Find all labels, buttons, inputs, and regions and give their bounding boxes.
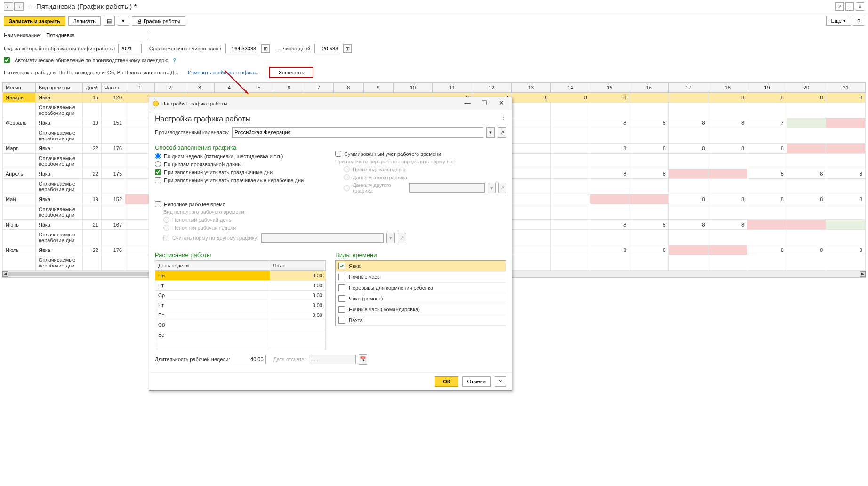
table-header[interactable]: 19 [747, 83, 787, 93]
table-cell[interactable]: Февраль [3, 118, 36, 128]
table-cell[interactable] [747, 179, 787, 194]
sched-day-cell[interactable]: Вт [155, 281, 270, 291]
table-cell[interactable]: Оплачиваемые нерабочие дни [36, 128, 83, 144]
table-cell[interactable] [3, 128, 36, 144]
calendar-open-icon[interactable]: ↗ [498, 127, 506, 138]
nav-forward-button[interactable]: → [14, 2, 24, 11]
menu-icon[interactable]: ⋮ [845, 2, 854, 11]
table-cell[interactable] [668, 255, 708, 271]
table-cell[interactable] [511, 103, 551, 118]
table-cell[interactable] [826, 220, 866, 230]
time-type-checkbox[interactable] [338, 274, 345, 280]
sched-hours-cell[interactable]: 8,00 [270, 300, 325, 310]
table-header[interactable]: 15 [590, 83, 629, 93]
fill-button[interactable]: Заполнить [269, 67, 313, 78]
table-cell[interactable] [629, 103, 669, 118]
help-button[interactable]: ? [853, 16, 864, 26]
table-cell[interactable]: 167 [102, 220, 125, 230]
table-cell[interactable] [83, 230, 102, 245]
table-cell[interactable]: 8 [668, 144, 708, 154]
table-cell[interactable] [826, 144, 866, 154]
table-cell[interactable] [826, 118, 866, 128]
sched-hours-cell[interactable]: 8,00 [270, 271, 325, 281]
table-cell[interactable] [83, 255, 102, 271]
table-cell[interactable] [747, 204, 787, 220]
table-cell[interactable] [590, 194, 629, 204]
table-cell[interactable]: 8 [629, 169, 669, 179]
table-cell[interactable] [590, 179, 629, 194]
table-cell[interactable] [708, 154, 747, 169]
table-cell[interactable] [747, 255, 787, 271]
table-cell[interactable]: 8 [747, 194, 787, 204]
table-cell[interactable]: Явка [36, 245, 83, 255]
table-cell[interactable]: Май [3, 194, 36, 204]
table-cell[interactable] [83, 204, 102, 220]
time-types-list[interactable]: ✔ЯвкаНочные часыПерерывы для кормления р… [335, 260, 506, 326]
table-header[interactable]: 16 [629, 83, 669, 93]
table-cell[interactable] [629, 179, 669, 194]
table-cell[interactable]: 176 [102, 245, 125, 255]
table-cell[interactable] [511, 118, 551, 128]
calc-hours-icon[interactable]: ⊞ [261, 44, 270, 53]
week-length-input[interactable] [233, 355, 266, 364]
scroll-right-icon[interactable]: ▶ [860, 271, 866, 277]
sched-day-cell[interactable]: Пн [155, 271, 270, 281]
name-input[interactable] [44, 31, 147, 40]
more-button[interactable]: Еще ▾ [826, 16, 851, 26]
table-cell[interactable]: Явка [36, 144, 83, 154]
table-header[interactable]: 21 [826, 83, 866, 93]
table-cell[interactable] [511, 179, 551, 194]
table-header[interactable]: Часов [102, 83, 125, 93]
scrollbar-thumb[interactable] [8, 272, 149, 276]
table-cell[interactable] [708, 255, 747, 271]
cancel-button[interactable]: Отмена [462, 376, 491, 387]
table-cell[interactable] [102, 230, 125, 245]
sched-day-cell[interactable]: Чт [155, 300, 270, 310]
table-cell[interactable]: 175 [102, 169, 125, 179]
time-type-row[interactable]: Вахта [336, 315, 506, 326]
table-cell[interactable] [668, 245, 708, 255]
table-cell[interactable] [826, 154, 866, 169]
table-cell[interactable]: Январь [3, 93, 36, 103]
table-cell[interactable]: 22 [83, 245, 102, 255]
table-cell[interactable]: 8 [708, 220, 747, 230]
sched-day-cell[interactable]: Сб [155, 320, 270, 330]
table-cell[interactable]: Оплачиваемые нерабочие дни [36, 103, 83, 118]
table-cell[interactable] [590, 103, 629, 118]
table-cell[interactable] [551, 169, 590, 179]
table-cell[interactable]: 8 [590, 169, 629, 179]
table-cell[interactable]: 176 [102, 144, 125, 154]
nav-back-button[interactable]: ← [4, 2, 13, 11]
table-cell[interactable] [826, 179, 866, 194]
weekday-schedule-table[interactable]: День недели Явка Пн8,00Вт8,00Ср8,00Чт8,0… [155, 260, 326, 349]
table-cell[interactable]: 8 [629, 144, 669, 154]
sched-hours-cell[interactable]: 8,00 [270, 281, 325, 291]
table-cell[interactable]: Июль [3, 245, 36, 255]
table-cell[interactable] [668, 204, 708, 220]
calendar-dropdown-icon[interactable]: ▾ [486, 127, 495, 138]
time-type-checkbox[interactable] [338, 317, 345, 324]
table-cell[interactable] [83, 103, 102, 118]
auto-update-checkbox[interactable] [4, 57, 10, 63]
table-cell[interactable] [590, 255, 629, 271]
table-cell[interactable]: Оплачиваемые нерабочие дни [36, 230, 83, 245]
table-cell[interactable]: 152 [102, 194, 125, 204]
year-input[interactable] [118, 44, 142, 53]
table-cell[interactable] [590, 128, 629, 144]
table-cell[interactable]: 8 [747, 169, 787, 179]
calc-days-icon[interactable]: ⊞ [343, 44, 352, 53]
table-cell[interactable]: 8 [590, 220, 629, 230]
table-cell[interactable] [551, 128, 590, 144]
sched-day-cell[interactable]: Пт [155, 310, 270, 320]
table-cell[interactable] [3, 230, 36, 245]
table-cell[interactable] [708, 103, 747, 118]
table-cell[interactable] [668, 169, 708, 179]
table-cell[interactable] [787, 230, 826, 245]
table-cell[interactable]: 8 [629, 245, 669, 255]
time-type-row[interactable]: ✔Явка [336, 261, 506, 272]
table-cell[interactable]: 8 [787, 93, 826, 103]
radio-weekly[interactable] [155, 153, 161, 159]
table-cell[interactable] [787, 118, 826, 128]
table-cell[interactable] [102, 204, 125, 220]
table-cell[interactable] [629, 154, 669, 169]
